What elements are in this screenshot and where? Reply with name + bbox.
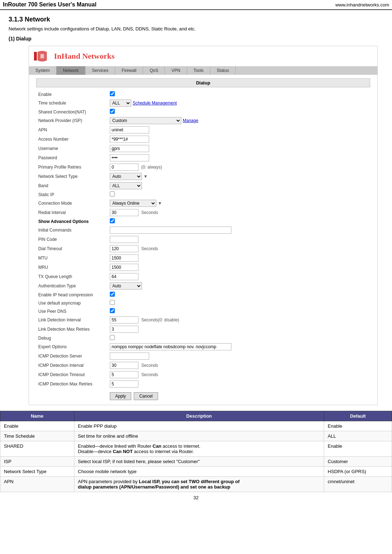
- icmp-detection-server-input[interactable]: [110, 353, 149, 360]
- dialup-form: Enable Time schedule ALL Schedule Manage…: [36, 90, 370, 401]
- use-peer-dns-label: Use Peer DNS: [36, 307, 108, 315]
- expert-options-row: Expert Options: [36, 342, 370, 351]
- show-advanced-checkbox[interactable]: [110, 218, 115, 223]
- pin-code-row: PIN Code: [36, 235, 370, 244]
- router-ui: InHand Networks System Network Services …: [29, 46, 378, 405]
- manage-link[interactable]: Manage: [183, 118, 198, 123]
- row-description: Set time for online and offline: [74, 431, 324, 441]
- password-row: Password: [36, 153, 370, 162]
- time-schedule-select[interactable]: ALL: [110, 99, 131, 107]
- cancel-button[interactable]: Cancel: [134, 392, 158, 400]
- shared-connection-checkbox[interactable]: [110, 109, 115, 114]
- link-detection-interval-input[interactable]: [110, 316, 138, 324]
- connection-mode-select[interactable]: Always Online: [110, 200, 156, 207]
- band-label: Band: [36, 181, 108, 190]
- primary-profile-input[interactable]: [110, 164, 138, 171]
- redial-interval-input[interactable]: [110, 209, 138, 216]
- expert-options-input[interactable]: [110, 343, 231, 350]
- icmp-detection-max-row: ICMP Detection Max Retries: [36, 379, 370, 389]
- primary-profile-hint: (0: always): [141, 165, 162, 170]
- initial-commands-input[interactable]: [110, 227, 231, 234]
- network-select-select[interactable]: Auto: [110, 173, 142, 180]
- pin-code-label: PIN Code: [36, 235, 108, 244]
- icmp-detection-server-label: ICMP Detection Server: [36, 351, 108, 361]
- buttons-row: Apply Cancel: [36, 389, 370, 401]
- access-number-label: Access Number: [36, 135, 108, 144]
- auth-type-row: Authentication Type Auto: [36, 281, 370, 291]
- row-name: Time Schedule: [0, 431, 74, 441]
- tx-queue-input[interactable]: [110, 273, 138, 280]
- dial-timeout-input[interactable]: [110, 245, 138, 252]
- static-ip-row: Static IP: [36, 190, 370, 199]
- enable-label: Enable: [36, 90, 108, 98]
- auth-type-select[interactable]: Auto: [110, 282, 142, 290]
- mtu-row: MTU: [36, 253, 370, 263]
- row-default: cmnet/uninet: [324, 477, 392, 492]
- col-header-name: Name: [0, 411, 74, 421]
- time-schedule-label: Time schedule: [36, 98, 108, 108]
- nav-item-vpn[interactable]: VPN: [165, 66, 187, 75]
- nav-item-tools[interactable]: Tools: [187, 66, 210, 75]
- row-name: ISP: [0, 457, 74, 467]
- pin-code-input[interactable]: [110, 236, 138, 243]
- link-detection-max-input[interactable]: [110, 326, 138, 333]
- link-detection-interval-hint: Seconds(0: disable): [141, 317, 179, 322]
- network-provider-select[interactable]: Custom: [110, 117, 181, 124]
- nav-item-firewall[interactable]: Firewall: [115, 66, 143, 75]
- nav-item-status[interactable]: Status: [210, 66, 236, 75]
- section-description: Network settings include configurations …: [9, 26, 383, 31]
- icmp-detection-max-label: ICMP Detection Max Retries: [36, 379, 108, 389]
- enable-ip-head-checkbox[interactable]: [110, 292, 115, 297]
- mtu-input[interactable]: [110, 254, 138, 262]
- col-header-default: Default: [324, 411, 392, 421]
- username-input[interactable]: [110, 145, 149, 152]
- use-peer-dns-checkbox[interactable]: [110, 308, 115, 313]
- password-input[interactable]: [110, 154, 149, 161]
- username-row: Username: [36, 144, 370, 153]
- apn-input[interactable]: [110, 126, 149, 133]
- table-row: Network Select Type Choose mobile networ…: [0, 467, 392, 477]
- icmp-detection-timeout-input[interactable]: [110, 371, 138, 378]
- logo-text: InHand Networks: [54, 52, 114, 61]
- mru-label: MRU: [36, 263, 108, 272]
- apply-button[interactable]: Apply: [110, 392, 131, 400]
- table-row: SHARED Enabled—device linked with Router…: [0, 441, 392, 457]
- network-select-label: Network Select Type: [36, 172, 108, 181]
- nav-item-system[interactable]: System: [29, 66, 57, 75]
- band-row: Band ALL: [36, 181, 370, 190]
- table-row: Enable Enable PPP dialup Enable: [0, 421, 392, 431]
- dial-timeout-label: Dial Timeout: [36, 244, 108, 253]
- redial-interval-label: Redial Interval: [36, 208, 108, 217]
- band-select[interactable]: ALL: [110, 182, 142, 189]
- nav-item-network[interactable]: Network: [57, 66, 85, 75]
- username-label: Username: [36, 144, 108, 153]
- nav-item-services[interactable]: Services: [85, 66, 115, 75]
- icmp-detection-interval-row: ICMP Detection Interval Seconds: [36, 361, 370, 370]
- nav-item-qos[interactable]: QoS: [143, 66, 165, 75]
- row-default: ALL: [324, 431, 392, 441]
- primary-profile-label: Primary Profile Retries: [36, 162, 108, 172]
- table-row: Time Schedule Set time for online and of…: [0, 431, 392, 441]
- access-number-input[interactable]: [110, 136, 149, 143]
- row-name: SHARED: [0, 441, 74, 457]
- schedule-management-link[interactable]: Schedule Management: [133, 101, 177, 106]
- static-ip-checkbox[interactable]: [110, 191, 115, 196]
- enable-checkbox[interactable]: [110, 91, 115, 96]
- show-advanced-label: Show Advanced Options: [38, 219, 89, 224]
- network-provider-row: Network Provider (ISP) Custom Manage: [36, 116, 370, 125]
- table-row: ISP Select local ISP, if not listed here…: [0, 457, 392, 467]
- expert-options-label: Expert Options: [36, 342, 108, 351]
- use-default-async-checkbox[interactable]: [110, 300, 115, 305]
- debug-checkbox[interactable]: [110, 335, 115, 340]
- icmp-detection-max-input[interactable]: [110, 380, 138, 388]
- icmp-detection-interval-input[interactable]: [110, 362, 138, 369]
- row-description: Select local ISP, if not listed here, pl…: [74, 457, 324, 467]
- row-name: Network Select Type: [0, 467, 74, 477]
- enable-ip-head-row: Enable IP head compression: [36, 291, 370, 299]
- access-number-row: Access Number: [36, 135, 370, 144]
- enable-ip-head-label: Enable IP head compression: [36, 291, 108, 299]
- link-detection-max-label: Link Detection Max Retries: [36, 325, 108, 334]
- mru-input[interactable]: [110, 264, 138, 271]
- apn-row: APN: [36, 125, 370, 135]
- icmp-detection-timeout-label: ICMP Detection Timeout: [36, 370, 108, 379]
